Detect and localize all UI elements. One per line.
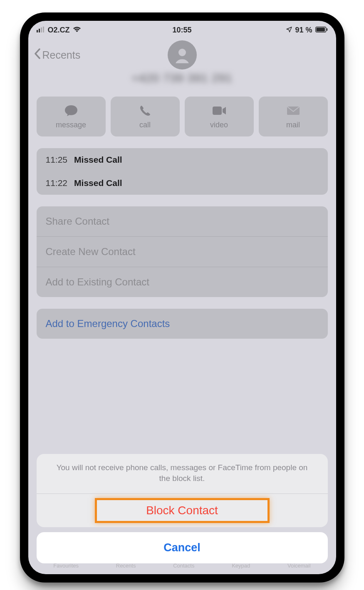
call-log-row: 11:25 Missed Call [37,148,328,171]
action-sheet-panel: You will not receive phone calls, messag… [37,454,328,527]
call-log-time: 11:25 [46,155,68,165]
message-icon [64,104,79,117]
status-right: 91 % [286,26,327,35]
svg-rect-3 [43,27,44,32]
battery-label: 91 % [295,26,312,35]
options-card: Share Contact Create New Contact Add to … [37,206,328,297]
avatar [168,40,197,69]
dimmed-background: O2.CZ 10:55 91 % [28,21,336,339]
call-label: call [139,121,151,129]
clock: 10:55 [172,26,191,35]
block-contact-label: Block Contact [146,504,218,517]
action-sheet-message: You will not receive phone calls, messag… [37,454,328,493]
call-log-event: Missed Call [74,178,122,188]
carrier-label: O2.CZ [48,26,70,35]
emergency-card: Add to Emergency Contacts [37,309,328,339]
action-sheet: You will not receive phone calls, messag… [37,454,328,563]
mail-icon [286,104,301,117]
phone-icon [138,104,153,117]
svg-rect-1 [39,29,40,32]
wifi-icon [73,26,81,35]
call-log-time: 11:22 [46,178,68,188]
video-icon [212,104,227,117]
svg-rect-8 [213,107,222,115]
share-contact-row[interactable]: Share Contact [37,206,328,236]
cancel-button[interactable]: Cancel [37,532,328,563]
mail-label: mail [286,121,300,129]
signal-icon [37,26,45,35]
battery-icon [315,26,328,35]
svg-point-7 [178,49,186,56]
svg-rect-5 [316,27,325,31]
svg-rect-6 [327,28,327,31]
add-emergency-row[interactable]: Add to Emergency Contacts [37,309,328,339]
call-button[interactable]: call [111,97,180,136]
block-contact-button[interactable]: Block Contact [37,493,328,527]
device-frame: O2.CZ 10:55 91 % [20,12,344,583]
message-button[interactable]: message [37,97,106,136]
call-log-card: 11:25 Missed Call 11:22 Missed Call [37,148,328,195]
message-label: message [56,121,86,129]
chevron-left-icon [34,48,41,62]
screen: O2.CZ 10:55 91 % [28,21,336,574]
nav-bar: Recents [28,36,336,69]
svg-rect-2 [41,27,42,32]
svg-rect-0 [37,30,38,32]
contact-phone: +420 739 391 291 [28,72,336,85]
call-log-event: Missed Call [74,155,122,165]
location-icon [286,26,292,35]
back-label: Recents [42,49,81,61]
back-button[interactable]: Recents [34,48,81,62]
video-button[interactable]: video [185,97,254,136]
status-left: O2.CZ [37,26,81,35]
action-row: message call video [28,85,336,142]
call-log-row: 11:22 Missed Call [37,171,328,195]
create-new-contact-row[interactable]: Create New Contact [37,236,328,267]
add-existing-contact-row[interactable]: Add to Existing Contact [37,267,328,297]
mail-button[interactable]: mail [259,97,328,136]
video-label: video [210,121,228,129]
status-bar: O2.CZ 10:55 91 % [28,21,336,36]
